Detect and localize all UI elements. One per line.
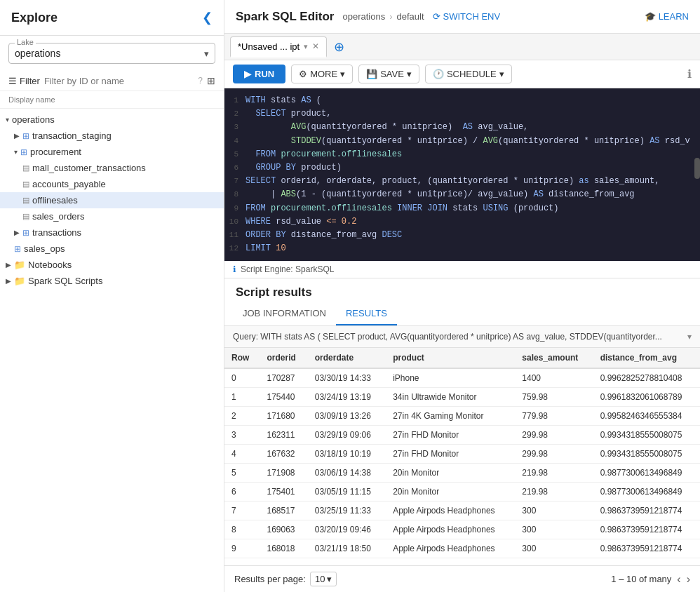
tree-item-procurement[interactable]: ▾ ⊞ procurement <box>0 144 224 160</box>
run-button[interactable]: ▶ RUN <box>233 65 285 83</box>
tree-item-spark-sql-scripts[interactable]: ▶ 📁 Spark SQL Scripts <box>0 273 224 289</box>
schedule-button[interactable]: 🕐 SCHEDULE ▾ <box>425 65 512 83</box>
tree-item-notebooks[interactable]: ▶ 📁 Notebooks <box>0 257 224 273</box>
breadcrumb-item2: default <box>397 11 424 22</box>
schedule-chevron-icon: ▾ <box>499 69 504 79</box>
chevron-down-icon: ▾ <box>14 148 18 156</box>
tab-results[interactable]: RESULTS <box>336 302 397 325</box>
table-icon: ▤ <box>22 180 29 189</box>
cell-distance_from_avg: 0.9863739591218774 <box>593 520 700 539</box>
cell-row: 8 <box>224 520 260 539</box>
tree-item-operations[interactable]: ▾ operations <box>0 112 224 128</box>
tab-dropdown-icon[interactable]: ▾ <box>304 42 308 51</box>
lake-chevron-icon: ▾ <box>204 48 209 59</box>
cell-sales_amount: 300 <box>515 520 593 539</box>
more-button[interactable]: ⚙ MORE ▾ <box>291 65 353 83</box>
info-icon[interactable]: ℹ <box>687 67 692 81</box>
info-circle-icon: ℹ <box>233 264 236 274</box>
table-row: 716851703/25/19 11:33Apple Airpods Headp… <box>224 502 700 520</box>
tree-item-transaction-staging[interactable]: ▶ ⊞ transaction_staging <box>0 128 224 144</box>
code-line-1: 1 WITH stats AS ( <box>224 94 700 107</box>
code-editor[interactable]: 1 WITH stats AS ( 2 SELECT product, 3 AV… <box>224 88 700 261</box>
save-button[interactable]: 💾 SAVE ▾ <box>358 65 419 83</box>
learn-button[interactable]: 🎓 LEARN <box>645 11 689 22</box>
display-name-label: Display name <box>0 91 224 109</box>
cell-orderdate: 03/09/19 13:26 <box>308 407 386 426</box>
cell-row: 5 <box>224 464 260 483</box>
tree-item-offlinesales[interactable]: ▤ offlinesales <box>0 192 224 208</box>
cell-distance_from_avg: 0.9863739591218774 <box>593 502 700 520</box>
code-line-12: 12 LIMIT 10 <box>224 242 700 255</box>
cell-row: 2 <box>224 407 260 426</box>
cell-orderdate: 03/06/19 14:38 <box>308 464 386 483</box>
chevron-right-icon: ▶ <box>14 229 20 236</box>
tab-bar: *Unsaved ... ipt ▾ ✕ ⊕ <box>224 34 700 60</box>
breadcrumb-item1: operations <box>342 11 385 22</box>
cell-sales_amount: 299.98 <box>515 445 593 464</box>
tree-item-sales-ops[interactable]: ⊞ sales_ops <box>0 241 224 257</box>
cell-distance_from_avg: 0.9958246346555384 <box>593 407 700 426</box>
add-tab-button[interactable]: ⊕ <box>330 39 349 55</box>
pagination: 1 – 10 of many ‹ › <box>611 573 690 586</box>
lake-selector[interactable]: Lake operations ▾ <box>8 43 215 64</box>
cell-sales_amount: 300 <box>515 502 593 520</box>
sidebar-header: Explore ❮ <box>0 0 224 36</box>
cell-orderdate: 03/05/19 11:15 <box>308 483 386 502</box>
folder-icon: 📁 <box>14 260 25 270</box>
tree-item-label: operations <box>12 114 55 125</box>
cell-sales_amount: 759.98 <box>515 388 593 407</box>
cell-orderid: 168018 <box>260 539 307 558</box>
cell-row: 9 <box>224 539 260 558</box>
query-banner-expand-icon[interactable]: ▾ <box>687 332 692 342</box>
rows-per-page-select[interactable]: 10 ▾ <box>310 572 337 586</box>
tree-item-sales-orders[interactable]: ▤ sales_orders <box>0 208 224 224</box>
cell-orderdate: 03/20/19 09:46 <box>308 520 386 539</box>
cell-sales_amount: 300 <box>515 539 593 558</box>
tab-close-icon[interactable]: ✕ <box>312 41 319 51</box>
tree-item-label: Spark SQL Scripts <box>28 276 102 286</box>
cell-orderdate: 03/29/19 09:06 <box>308 426 386 445</box>
cell-product: 27in FHD Monitor <box>386 426 515 445</box>
gear-icon: ⚙ <box>299 69 307 79</box>
filter-help-icon[interactable]: ? <box>198 76 203 86</box>
graduation-icon: 🎓 <box>645 11 656 22</box>
col-product: product <box>386 348 515 368</box>
table-row: 017028703/30/19 14:33iPhone14000.9962825… <box>224 368 700 388</box>
cell-orderdate: 03/18/19 10:19 <box>308 445 386 464</box>
switch-env-button[interactable]: ⟳ SWITCH ENV <box>433 11 501 22</box>
rows-per-page-label: Results per page: <box>234 574 306 584</box>
collapse-sidebar-button[interactable]: ❮ <box>202 10 213 25</box>
prev-page-button[interactable]: ‹ <box>677 573 680 586</box>
table-icon: ▤ <box>22 163 29 173</box>
code-line-9: 9 FROM procurement.offlinesales INNER JO… <box>224 202 700 215</box>
table-row: 217168003/09/19 13:2627in 4K Gaming Moni… <box>224 407 700 426</box>
tree-item-label: offlinesales <box>32 195 78 206</box>
tree-item-transactions[interactable]: ▶ ⊞ transactions <box>0 224 224 241</box>
switch-env-icon: ⟳ <box>433 11 440 22</box>
table-icon: ▤ <box>22 212 29 221</box>
editor-scroll-handle[interactable] <box>694 158 700 179</box>
toolbar: ▶ RUN ⚙ MORE ▾ 💾 SAVE ▾ 🕐 SCHEDULE ▾ ℹ <box>224 60 700 88</box>
rpp-chevron-icon: ▾ <box>327 574 332 584</box>
tree-item-label: Notebooks <box>28 260 72 270</box>
cell-distance_from_avg: 0.9863739591218774 <box>593 539 700 558</box>
save-chevron-icon: ▾ <box>407 69 412 79</box>
table-row: 617540103/05/19 11:1520in Monitor219.980… <box>224 483 700 502</box>
cell-orderid: 175440 <box>260 388 307 407</box>
cell-orderdate: 03/25/19 11:33 <box>308 502 386 520</box>
next-page-button[interactable]: › <box>687 573 690 586</box>
filter-input[interactable] <box>44 76 194 86</box>
cell-sales_amount: 299.98 <box>515 426 593 445</box>
tab-job-information[interactable]: JOB INFORMATION <box>233 302 336 325</box>
cell-sales_amount: 219.98 <box>515 483 593 502</box>
tree-item-accounts-payable[interactable]: ▤ accounts_payable <box>0 176 224 192</box>
cell-orderdate: 03/24/19 13:19 <box>308 388 386 407</box>
tree-item-mall-customer[interactable]: ▤ mall_customer_transactions <box>0 160 224 176</box>
tree-item-label: sales_orders <box>32 211 84 222</box>
cell-sales_amount: 1400 <box>515 368 593 388</box>
filter-columns-icon[interactable]: ⊞ <box>207 75 215 86</box>
cell-orderid: 167632 <box>260 445 307 464</box>
tab-unsaved[interactable]: *Unsaved ... ipt ▾ ✕ <box>230 36 327 58</box>
database-icon: ⊞ <box>22 228 29 238</box>
app-title: Spark SQL Editor <box>236 10 334 24</box>
